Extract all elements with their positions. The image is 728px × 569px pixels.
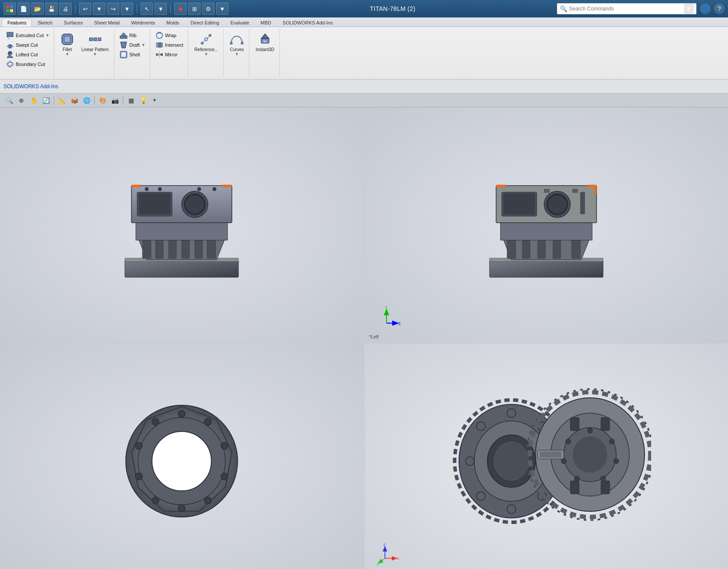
rib-btn[interactable]: Rib bbox=[118, 31, 147, 40]
svg-rect-43 bbox=[195, 240, 203, 259]
wireframe-btn[interactable]: 🌐 bbox=[81, 95, 92, 106]
tab-molds[interactable]: Molds bbox=[161, 18, 185, 27]
linear-pattern-btn[interactable]: Linear Pattern ▼ bbox=[79, 31, 111, 58]
zoom-in-btn[interactable]: ⊕ bbox=[16, 95, 27, 106]
help-icon[interactable]: ? bbox=[714, 3, 725, 14]
options-btn[interactable]: ⚙ bbox=[202, 3, 214, 15]
record-btn[interactable]: ⏺ bbox=[174, 3, 186, 15]
draft-btn[interactable]: Draft ▼ bbox=[118, 40, 147, 50]
titlebar-right: 🔍 ▼ 👤 ? bbox=[557, 3, 725, 14]
lighting-btn[interactable]: 💡 bbox=[138, 95, 149, 106]
undo-dropdown[interactable]: ▼ bbox=[93, 3, 105, 15]
reference-btn[interactable]: Reference... ▼ bbox=[192, 31, 221, 58]
intersect-btn[interactable]: Intersect bbox=[154, 40, 185, 50]
toolbar2-dropdown[interactable]: ▼ bbox=[150, 96, 159, 105]
redo-btn[interactable]: ↪ bbox=[107, 3, 119, 15]
select-btn[interactable]: ↖ bbox=[141, 3, 153, 15]
app-logo-btn[interactable] bbox=[3, 3, 16, 15]
viewport-bottom-left[interactable] bbox=[0, 344, 364, 569]
new-btn[interactable]: 📄 bbox=[17, 3, 30, 15]
svg-point-89 bbox=[221, 442, 228, 449]
curves-dropdown[interactable]: ▼ bbox=[235, 52, 239, 56]
svg-rect-6 bbox=[9, 45, 11, 48]
curves-content: Curves ▼ bbox=[227, 31, 246, 76]
svg-point-127 bbox=[574, 476, 580, 481]
svg-marker-7 bbox=[7, 54, 13, 58]
scene-btn[interactable]: 📷 bbox=[109, 95, 121, 106]
instant3d-btn[interactable]: 3D Instant3D bbox=[253, 31, 277, 54]
svg-rect-3 bbox=[10, 9, 13, 12]
viewport-top-right[interactable]: Z Y *Left bbox=[365, 107, 728, 343]
svg-point-57 bbox=[213, 187, 216, 191]
linear-pattern-dropdown[interactable]: ▼ bbox=[93, 52, 97, 56]
svg-rect-122 bbox=[540, 452, 562, 458]
fillet-dropdown[interactable]: ▼ bbox=[66, 52, 69, 56]
svg-rect-44 bbox=[207, 240, 216, 259]
svg-rect-58 bbox=[490, 260, 603, 277]
search-box[interactable]: 🔍 ▼ bbox=[557, 3, 697, 14]
shell-icon bbox=[120, 51, 128, 59]
search-input[interactable] bbox=[569, 6, 683, 12]
wrap-btn[interactable]: Wrap bbox=[154, 31, 185, 40]
curves-btn[interactable]: Curves ▼ bbox=[227, 31, 246, 58]
svg-marker-19 bbox=[121, 42, 127, 48]
extrude-cut-dropdown[interactable]: ▼ bbox=[45, 33, 49, 38]
shell-btn[interactable]: Shell bbox=[118, 50, 147, 59]
grid-view-btn[interactable]: ▦ bbox=[125, 95, 137, 106]
tab-surfaces[interactable]: Surfaces bbox=[58, 18, 88, 27]
fillet-btn[interactable]: Fillet ▼ bbox=[58, 31, 77, 58]
user-icon[interactable]: 👤 bbox=[700, 3, 711, 14]
swept-cut-btn[interactable]: Swept Cut bbox=[4, 40, 51, 50]
wrap-col: Wrap Intersect bbox=[154, 31, 185, 59]
boundary-cut-btn[interactable]: Boundary Cut bbox=[4, 59, 51, 69]
grid-btn[interactable]: ⊞ bbox=[188, 3, 200, 15]
search-arrow-btn[interactable]: ▼ bbox=[684, 4, 693, 14]
svg-point-86 bbox=[152, 431, 211, 491]
measure-btn[interactable]: 📐 bbox=[56, 95, 68, 106]
svg-point-128 bbox=[561, 459, 566, 464]
tab-weldments[interactable]: Weldments bbox=[125, 18, 161, 27]
tab-direct-editing[interactable]: Direct Editing bbox=[185, 18, 224, 27]
rotate-btn[interactable]: 🔄 bbox=[40, 95, 52, 106]
ribbon-group-rib: Rib Draft ▼ bbox=[115, 29, 150, 77]
viewport-top-left[interactable] bbox=[0, 107, 364, 343]
options-dropdown[interactable]: ▼ bbox=[216, 3, 228, 15]
tab-features[interactable]: Features bbox=[2, 18, 32, 27]
svg-rect-78 bbox=[580, 192, 585, 214]
addins-label[interactable]: SOLIDWORKS Add-Ins bbox=[3, 83, 58, 90]
tab-addins[interactable]: SOLIDWORKS Add-Ins bbox=[277, 18, 338, 27]
lofted-cut-btn[interactable]: Lofted Cut bbox=[4, 50, 51, 59]
extrude-cut-btn[interactable]: Extruded Cut ▼ bbox=[4, 31, 51, 40]
print-btn[interactable]: 🖨 bbox=[59, 3, 72, 15]
open-btn[interactable]: 📂 bbox=[31, 3, 44, 15]
select-dropdown[interactable]: ▼ bbox=[155, 3, 167, 15]
pan-btn[interactable]: ✋ bbox=[28, 95, 39, 106]
tab-evaluate[interactable]: Evaluate bbox=[225, 18, 255, 27]
svg-rect-64 bbox=[553, 240, 561, 259]
fillet-icon bbox=[60, 32, 74, 46]
redo-dropdown[interactable]: ▼ bbox=[121, 3, 133, 15]
mirror-btn[interactable]: Mirror bbox=[154, 50, 185, 59]
svg-point-92 bbox=[178, 505, 185, 512]
reference-dropdown[interactable]: ▼ bbox=[204, 52, 208, 56]
tab-sheet-metal[interactable]: Sheet Metal bbox=[88, 18, 125, 27]
rib-content: Rib Draft ▼ bbox=[118, 31, 147, 76]
mirror-icon bbox=[155, 51, 163, 59]
zoom-to-fit-btn[interactable]: 🔍 bbox=[3, 95, 15, 106]
curves-label: Curves bbox=[230, 47, 244, 52]
draft-dropdown[interactable]: ▼ bbox=[141, 43, 145, 47]
svg-rect-23 bbox=[158, 43, 162, 47]
appearance-btn[interactable]: 🎨 bbox=[97, 95, 108, 106]
undo-btn[interactable]: ↩ bbox=[79, 3, 91, 15]
viewport-area: Z Y *Left bbox=[0, 107, 728, 569]
save-btn[interactable]: 💾 bbox=[45, 3, 58, 15]
svg-rect-120 bbox=[601, 481, 610, 494]
svg-point-107 bbox=[507, 505, 516, 514]
display-style-btn[interactable]: 📦 bbox=[69, 95, 80, 106]
svg-point-94 bbox=[135, 473, 142, 480]
viewport-bottom-right[interactable]: X Y Z bbox=[365, 344, 728, 569]
tab-mbd[interactable]: MBD bbox=[255, 18, 277, 27]
svg-rect-47 bbox=[131, 185, 141, 187]
svg-rect-70 bbox=[594, 185, 597, 194]
tab-sketch[interactable]: Sketch bbox=[32, 18, 58, 27]
